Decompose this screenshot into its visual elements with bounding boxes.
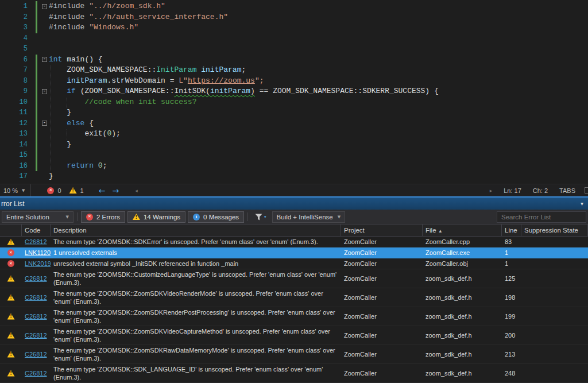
error-row[interactable]: C26812The enum type 'ZOOMSDK::ZoomSDKVid… — [0, 326, 588, 345]
line-number: 5 — [0, 44, 32, 55]
line-number: 10 — [0, 97, 32, 108]
error-code-link[interactable]: C26812 — [25, 313, 47, 320]
column-header-description[interactable]: Description — [51, 225, 341, 236]
code-line[interactable]: 5 — [0, 44, 588, 55]
code-line[interactable]: 4 — [0, 33, 588, 44]
scope-filter-value: Entire Solution — [6, 214, 49, 220]
error-row[interactable]: C26812The enum type 'ZOOMSDK::SDK_LANGUA… — [0, 364, 588, 383]
line-number: 9 — [0, 86, 32, 97]
scroll-left-icon[interactable]: ◂ — [135, 188, 138, 194]
error-row[interactable]: LNK2019unresolved external symbol _InitS… — [0, 258, 588, 269]
error-suppression-state — [521, 241, 588, 243]
code-line[interactable]: 3#include "Windows.h" — [0, 22, 588, 33]
error-icon — [7, 260, 14, 267]
line-number: 4 — [0, 33, 32, 44]
code-line[interactable]: 16 return 0; — [0, 161, 588, 172]
error-code-link[interactable]: LNK2019 — [25, 260, 51, 267]
code-line[interactable]: 6-int main() { — [0, 55, 588, 65]
change-tracking-bar — [36, 22, 37, 33]
error-code-link[interactable]: C26812 — [25, 351, 47, 358]
navigate-forward-icon[interactable]: → — [112, 186, 119, 195]
fold-margin — [42, 33, 49, 44]
search-input[interactable] — [497, 211, 586, 223]
code-text: if (ZOOM_SDK_NAMESPACE::InitSDK(initPara… — [49, 86, 439, 97]
zoom-level-dropdown[interactable]: 10 % ▼ — [0, 184, 31, 196]
code-line[interactable]: 11 } — [0, 107, 588, 118]
source-filter-value: Build + IntelliSense — [277, 214, 333, 220]
source-filter-dropdown[interactable]: Build + IntelliSense ▼ — [272, 211, 346, 223]
scope-filter-dropdown[interactable]: Entire Solution ▼ — [2, 211, 74, 223]
error-description: The enum type 'ZOOMSDK::SDK_LANGUAGE_ID'… — [51, 364, 341, 382]
navigate-back-icon[interactable]: ← — [99, 186, 106, 195]
column-header-severity[interactable] — [0, 225, 22, 236]
error-suppression-state — [521, 372, 588, 374]
column-header-suppression-state[interactable]: Suppression State — [521, 225, 588, 236]
messages-filter-button[interactable]: 0 Messages — [188, 211, 244, 223]
line-number: 2 — [0, 12, 32, 23]
change-tracking-bar — [36, 107, 37, 118]
code-line[interactable]: 15 — [0, 150, 588, 161]
error-code-link[interactable]: C26812 — [25, 294, 47, 301]
error-line-number: 198 — [502, 292, 521, 303]
code-text: } — [49, 140, 71, 150]
error-list-toolbar: Entire Solution ▼ 2 Errors 14 Warnings 0… — [0, 210, 588, 225]
error-row[interactable]: LNK11201 unresolved externalsZoomCallerZ… — [0, 247, 588, 258]
code-line[interactable]: 7 ZOOM_SDK_NAMESPACE::InitParam initPara… — [0, 65, 588, 76]
messages-filter-label: 0 Messages — [203, 214, 239, 220]
error-list-panel: rror List ▾ Entire Solution ▼ 2 Errors 1… — [0, 196, 588, 383]
collapse-icon[interactable]: - — [42, 57, 47, 62]
collapse-icon[interactable]: - — [42, 4, 47, 9]
warnings-filter-button[interactable]: 14 Warnings — [127, 211, 185, 223]
error-line-number: 83 — [502, 237, 521, 247]
code-line[interactable]: 12- else { — [0, 118, 588, 129]
error-code-link[interactable]: C26812 — [25, 370, 47, 377]
warnings-filter-label: 14 Warnings — [144, 214, 180, 220]
collapse-icon[interactable]: - — [42, 89, 47, 94]
error-row[interactable]: C26812The enum type 'ZOOMSDK::ZoomSDKRaw… — [0, 345, 588, 364]
error-row[interactable]: C26812The enum type 'ZOOMSDK::ZoomSDKRen… — [0, 307, 588, 326]
code-line[interactable]: 13 exit(0); — [0, 129, 588, 140]
error-code-link[interactable]: C26812 — [25, 238, 47, 245]
code-line[interactable]: 2#include "../h/auth_service_interface.h… — [0, 12, 588, 23]
error-code-link[interactable]: C26812 — [25, 275, 47, 282]
code-line[interactable]: 17} — [0, 171, 588, 182]
code-line[interactable]: 10 //code when init success? — [0, 97, 588, 108]
dropdown-caret-icon: ▼ — [22, 188, 25, 193]
editor-status-bar: 10 % ▼ 0 1 ← → ◂ ▸ Ln: 17 Ch: 2 TABS — [0, 184, 588, 196]
error-description: The enum type 'ZOOMSDK::CustomizedLangua… — [51, 269, 341, 288]
column-header-code[interactable]: Code — [22, 225, 51, 236]
code-line[interactable]: 1-#include "../h/zoom_sdk.h" — [0, 1, 588, 12]
severity-cell — [0, 369, 22, 378]
error-count-icon[interactable] — [47, 187, 54, 194]
error-code-link[interactable]: LNK1120 — [25, 249, 51, 256]
error-suppression-state — [521, 252, 588, 254]
column-header-line[interactable]: Line — [502, 225, 521, 236]
warning-icon — [7, 370, 15, 377]
warning-icon — [7, 351, 15, 358]
error-row[interactable]: C26812The enum type 'ZOOMSDK::SDKError' … — [0, 237, 588, 247]
error-code-cell: C26812 — [22, 237, 51, 247]
code-editor[interactable]: 1-#include "../h/zoom_sdk.h"2#include ".… — [0, 0, 588, 184]
error-row[interactable]: C26812The enum type 'ZOOMSDK::Customized… — [0, 269, 588, 288]
fold-margin — [42, 140, 49, 150]
fold-margin — [42, 22, 49, 33]
code-line[interactable]: 8 initParam.strWebDomain = L"https://zoo… — [0, 76, 588, 87]
warning-count: 1 — [80, 187, 84, 194]
collapse-icon[interactable]: - — [42, 121, 47, 126]
errors-filter-button[interactable]: 2 Errors — [81, 211, 125, 223]
column-header-project[interactable]: Project — [341, 225, 423, 236]
filter-button[interactable]: ▾ — [252, 211, 270, 223]
error-row[interactable]: C26812The enum type 'ZOOMSDK::ZoomSDKVid… — [0, 288, 588, 307]
code-line[interactable]: 14 } — [0, 140, 588, 150]
error-list-title-bar[interactable]: rror List ▾ — [0, 198, 588, 210]
chevron-down-icon[interactable]: ▾ — [581, 200, 583, 207]
line-number: 13 — [0, 129, 32, 140]
errors-filter-label: 2 Errors — [96, 214, 120, 220]
warning-count-icon[interactable] — [69, 187, 77, 194]
column-header-file[interactable]: File▲ — [423, 225, 502, 236]
code-text: initParam.strWebDomain = L"https://zoom.… — [49, 76, 264, 87]
error-code-link[interactable]: C26812 — [25, 332, 47, 339]
code-line[interactable]: 9- if (ZOOM_SDK_NAMESPACE::InitSDK(initP… — [0, 86, 588, 97]
fold-margin — [42, 65, 49, 76]
scroll-right-icon[interactable]: ▸ — [490, 188, 493, 194]
